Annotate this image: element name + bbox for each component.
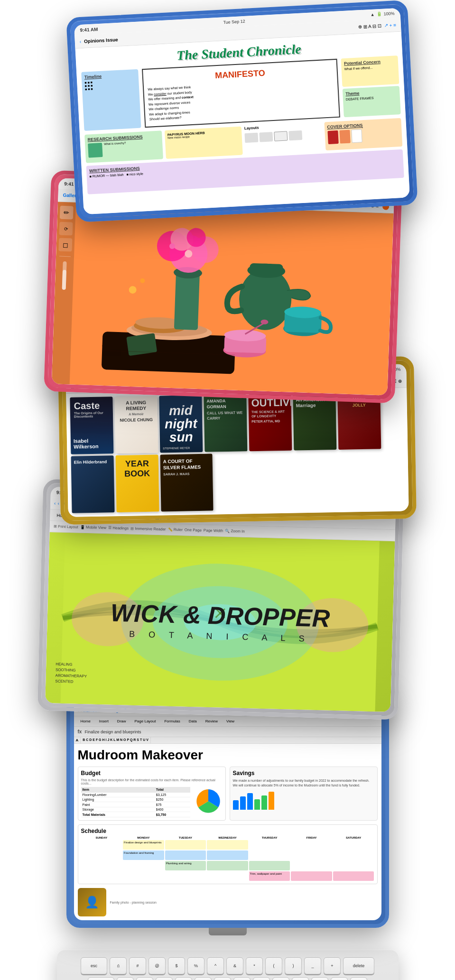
key-q[interactable]: Q xyxy=(117,977,134,980)
ipad-freeform: 9:41 AM Tue Sep 12 ▲ 🔋 100% ‹ Opinions I… xyxy=(66,0,418,222)
key-r[interactable]: R xyxy=(175,977,192,980)
key-w[interactable]: W xyxy=(136,977,153,980)
budget-chart xyxy=(194,787,223,817)
tab-home-5[interactable]: Home xyxy=(78,718,93,724)
key-f7[interactable]: & xyxy=(226,957,243,974)
book-american-marriage[interactable]: An American Marriage xyxy=(293,393,336,451)
book-living-remedy[interactable]: A LIVING REMEDY A Memoir NICOLE CHUNG xyxy=(114,396,158,454)
back-btn-4[interactable]: ‹ xyxy=(54,500,56,506)
one-page-btn[interactable]: One Page xyxy=(184,528,201,533)
schedule-cell xyxy=(291,851,332,860)
brush-tool[interactable]: ✏ xyxy=(59,206,73,220)
book-hilderbrand[interactable]: Elin Hilderbrand xyxy=(71,455,114,513)
book-caste[interactable]: Caste The Origins of Our Discontents Isa… xyxy=(70,397,113,454)
key-f4[interactable]: $ xyxy=(168,957,185,974)
immersive-btn[interactable]: ⊟ Immersive Reader xyxy=(130,527,166,532)
key-plus[interactable]: + xyxy=(324,957,341,974)
tab-draw-5[interactable]: Draw xyxy=(114,718,129,724)
ipad-stand xyxy=(209,928,247,935)
manifesto-note: MANIFESTO We always say what we think We… xyxy=(142,59,340,128)
wick-text: WICK & DROPPER xyxy=(110,599,330,632)
papyrus-note: PAPYRUS MOON HERB New moon recipe xyxy=(164,127,242,159)
toolbar-icons-1: ⊕ ⊞ A ⊟ ⊡ xyxy=(358,23,381,30)
key-p[interactable]: P xyxy=(292,977,309,980)
tab-insert-5[interactable]: Insert xyxy=(96,718,111,724)
schedule-cell: Plumbing and wiring xyxy=(165,861,206,870)
status-icons-1: ▲ 🔋 100% xyxy=(370,11,394,17)
key-f1[interactable]: ⎙ xyxy=(110,957,127,974)
books-grid[interactable]: Caste The Origins of Our Discontents Isa… xyxy=(66,388,409,517)
tab-data-5[interactable]: Data xyxy=(186,718,200,724)
key-f8[interactable]: * xyxy=(246,957,263,974)
mobile-view-btn[interactable]: 📱 Mobile View xyxy=(80,525,106,530)
freeform-canvas[interactable]: The Student Chronicle Timeline ■ ■ ■ ■ ■… xyxy=(75,32,409,215)
col-headers: A B C D E F G H I J K L M N O P Q R S T … xyxy=(74,737,381,744)
ipad-1-screen: 9:41 AM Tue Sep 12 ▲ 🔋 100% ‹ Opinions I… xyxy=(74,8,409,214)
print-layout-btn[interactable]: ⊞ Print Layout xyxy=(53,524,78,529)
schedule-cell xyxy=(333,851,374,860)
book-silver-flames[interactable]: A COURT OF SILVER FLAMES SARAH J. MAAS xyxy=(160,454,213,512)
tab-review-5[interactable]: Review xyxy=(203,718,221,724)
savings-section: Savings We made a number of adjustments … xyxy=(230,767,378,821)
illustration-canvas[interactable]: ✏ ⟳ ◻ xyxy=(51,202,393,395)
key-minus[interactable]: _ xyxy=(304,957,321,974)
book-outlive[interactable]: OUTLIVE THE SCIENCE & ART OF LONGEVITY P… xyxy=(248,394,292,452)
key-f3[interactable]: @ xyxy=(149,957,166,974)
page-width-btn[interactable]: Page Width xyxy=(203,528,223,533)
key-pipe[interactable]: | xyxy=(350,977,367,980)
zoom-in-btn[interactable]: 🔍 Zoom In xyxy=(225,529,245,534)
table-row: Storage $400 xyxy=(81,807,190,812)
tab-view-5[interactable]: View xyxy=(223,718,237,724)
layout-thumb-2[interactable] xyxy=(259,132,273,142)
illustration-svg xyxy=(51,202,393,393)
book-gorman[interactable]: AMANDA GORMAN CALL US WHAT WE CARRY xyxy=(204,394,247,452)
tab-formulas-5[interactable]: Formulas xyxy=(161,718,183,724)
eraser-tool[interactable]: ◻ xyxy=(58,238,72,252)
key-lbracket[interactable]: { xyxy=(311,977,328,980)
key-i[interactable]: I xyxy=(253,977,270,980)
schedule-section: Schedule SUNDAY MONDAY TUESDAY WEDNESDAY… xyxy=(78,824,378,884)
book-midnight-sun[interactable]: mid night sun STEPHENIE MEYER xyxy=(159,395,203,453)
schedule-cell xyxy=(165,851,206,860)
headings-btn[interactable]: ☰ Headings xyxy=(108,526,128,530)
key-f10[interactable]: ) xyxy=(285,957,302,974)
ruler-btn[interactable]: 📏 Ruler xyxy=(167,527,183,532)
key-y[interactable]: Y xyxy=(214,977,231,980)
layout-thumb-1[interactable] xyxy=(244,133,258,143)
key-tab[interactable]: tab xyxy=(88,977,114,980)
key-f9[interactable]: ( xyxy=(265,957,282,974)
schedule-cell xyxy=(123,871,164,881)
smudge-tool[interactable]: ⟳ xyxy=(59,222,73,236)
schedule-cell xyxy=(207,851,248,860)
key-f6[interactable]: ^ xyxy=(207,957,224,974)
key-o[interactable]: O xyxy=(272,977,289,980)
schedule-cell xyxy=(165,871,206,881)
savings-title: Savings xyxy=(233,770,374,777)
cover-options-note: COVER OPTIONS xyxy=(324,118,402,150)
schedule-cell: Foundation and framing xyxy=(123,851,164,860)
tab-pagelayout-5[interactable]: Page Layout xyxy=(132,718,159,724)
layout-thumb-3[interactable] xyxy=(274,131,288,141)
key-f5[interactable]: % xyxy=(187,957,204,974)
battery-pct-1: 100% xyxy=(383,11,395,16)
layout-thumb-4[interactable] xyxy=(288,130,302,140)
key-esc[interactable]: esc xyxy=(81,957,107,974)
battery-icon-1: 🔋 xyxy=(376,12,382,17)
key-u[interactable]: U xyxy=(233,977,251,980)
opacity-slider[interactable] xyxy=(62,261,66,290)
ipad-1-frame: 9:41 AM Tue Sep 12 ▲ 🔋 100% ‹ Opinions I… xyxy=(66,0,418,222)
divider xyxy=(59,256,71,257)
key-rbracket[interactable]: } xyxy=(331,977,348,980)
schedule-cell xyxy=(81,840,122,850)
key-delete[interactable]: delete xyxy=(343,957,374,974)
back-btn-1[interactable]: ‹ xyxy=(79,39,81,44)
key-e[interactable]: E xyxy=(156,977,173,980)
key-f2[interactable]: # xyxy=(129,957,146,974)
schedule-cell xyxy=(123,861,164,870)
book-yearbook[interactable]: YEAR BOOK xyxy=(115,455,159,513)
share-icon-1[interactable]: ↗ + ≡ xyxy=(384,22,396,28)
formula-content[interactable]: Finalize design and blueprints xyxy=(84,730,377,734)
table-row: Item Total xyxy=(81,787,190,793)
schedule-cell: Trim, wallpaper and paint xyxy=(249,871,290,881)
key-t[interactable]: T xyxy=(195,977,212,980)
